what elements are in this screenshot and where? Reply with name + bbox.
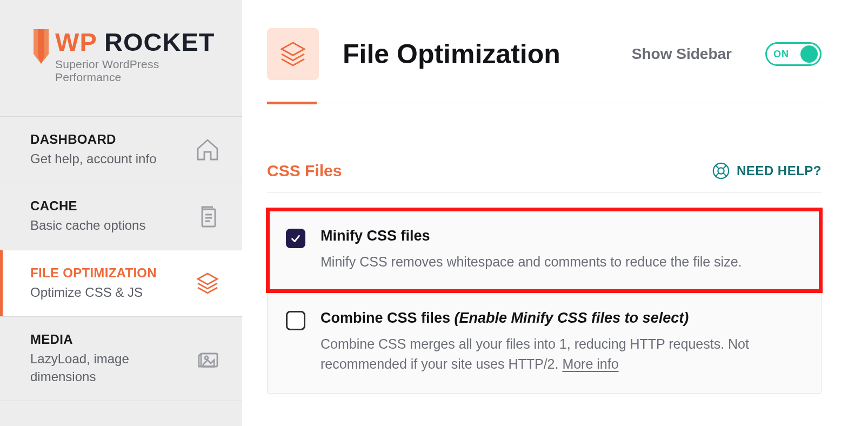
main-content: File Optimization Show Sidebar ON CSS Fi… xyxy=(242,0,868,426)
sidebar-item-dashboard[interactable]: DASHBOARD Get help, account info xyxy=(0,116,242,183)
logo-text: WP ROCKET xyxy=(55,29,221,55)
option-minify-css: Minify CSS files Minify CSS removes whit… xyxy=(268,209,821,291)
need-help-link[interactable]: NEED HELP? xyxy=(712,162,822,180)
sidebar-item-desc: Basic cache options xyxy=(30,217,145,234)
tab-divider xyxy=(267,103,822,103)
layers-icon xyxy=(195,270,221,296)
option-title: Minify CSS files xyxy=(321,228,742,244)
option-title: Combine CSS files (Enable Minify CSS fil… xyxy=(321,310,799,327)
show-sidebar-toggle[interactable]: ON xyxy=(765,42,822,66)
page-title: File Optimization xyxy=(343,38,608,70)
sidebar-item-label: CACHE xyxy=(30,198,145,214)
svg-point-2 xyxy=(205,356,208,360)
lifebuoy-icon xyxy=(712,162,730,180)
sidebar-item-desc: Optimize CSS & JS xyxy=(30,284,157,301)
toggle-knob xyxy=(800,45,818,63)
document-copy-icon xyxy=(195,204,221,230)
tab-active-indicator xyxy=(267,102,317,104)
home-icon xyxy=(195,137,221,163)
page-header-row: File Optimization Show Sidebar ON xyxy=(267,28,822,80)
sidebar-item-label: FILE OPTIMIZATION xyxy=(30,265,157,281)
sidebar-item-desc: Get help, account info xyxy=(30,150,156,168)
sidebar-item-media[interactable]: MEDIA LazyLoad, image dimensions xyxy=(0,316,242,401)
show-sidebar-label: Show Sidebar xyxy=(632,45,732,63)
logo-area: WP ROCKET Superior WordPress Performance xyxy=(0,0,242,116)
check-icon xyxy=(290,232,302,244)
toggle-label: ON xyxy=(773,49,796,60)
sidebar: WP ROCKET Superior WordPress Performance… xyxy=(0,0,242,426)
section-header: CSS Files NEED HELP? xyxy=(267,162,822,180)
more-info-link[interactable]: More info xyxy=(562,356,618,371)
images-icon xyxy=(195,346,221,372)
combine-css-checkbox[interactable] xyxy=(286,311,305,330)
section-divider xyxy=(267,192,822,192)
svg-point-4 xyxy=(718,168,724,174)
sidebar-item-file-optimization[interactable]: FILE OPTIMIZATION Optimize CSS & JS xyxy=(0,250,242,316)
minify-css-checkbox[interactable] xyxy=(286,229,305,248)
nav: DASHBOARD Get help, account info CACHE B… xyxy=(0,116,242,401)
sidebar-item-label: MEDIA xyxy=(30,332,188,347)
section-title: CSS Files xyxy=(267,162,342,180)
page-header-icon xyxy=(267,28,319,80)
logo-tagline: Superior WordPress Performance xyxy=(55,58,221,84)
rocket-logo-icon xyxy=(30,29,52,69)
css-options-panel: Minify CSS files Minify CSS removes whit… xyxy=(267,209,822,394)
need-help-label: NEED HELP? xyxy=(737,163,822,178)
layers-icon xyxy=(278,39,308,69)
option-combine-css: Combine CSS files (Enable Minify CSS fil… xyxy=(268,291,821,393)
sidebar-item-label: DASHBOARD xyxy=(30,132,156,147)
option-desc: Minify CSS removes whitespace and commen… xyxy=(321,252,742,272)
sidebar-item-desc: LazyLoad, image dimensions xyxy=(30,350,188,385)
option-desc: Combine CSS merges all your files into 1… xyxy=(321,334,799,375)
sidebar-item-cache[interactable]: CACHE Basic cache options xyxy=(0,183,242,249)
